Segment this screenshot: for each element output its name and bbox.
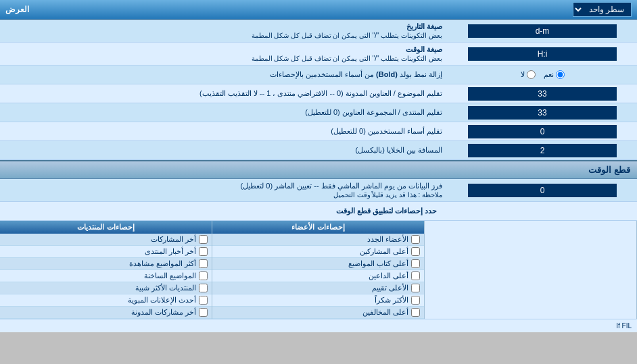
stats-forums-check-4[interactable]	[199, 284, 208, 292]
cutoff-input[interactable]	[468, 184, 617, 197]
stats-forums-item-5: أحدث الإعلانات المبوية	[0, 294, 212, 307]
stats-forums-check-0[interactable]	[199, 235, 208, 244]
bold-names-radio-group: نعم لا	[521, 70, 565, 79]
bold-no-radio[interactable]	[527, 70, 536, 79]
users-names-row: تقليم أسماء المستخدمين (0 للتعطيل)	[0, 122, 637, 141]
stats-members-col: إحصاءات الأعضاء الأعضاء الجدد أعلى المشا…	[212, 221, 425, 319]
stats-forums-item-2: أكثر المواضيع مشاهدة	[0, 258, 212, 270]
distance-label: المسافة بين الخلايا (بالبكسل)	[0, 143, 448, 157]
stats-members-check-4[interactable]	[411, 284, 420, 292]
date-format-input-wrap	[448, 23, 637, 39]
users-names-label: تقليم أسماء المستخدمين (0 للتعطيل)	[0, 124, 448, 138]
stats-members-check-5[interactable]	[411, 296, 420, 305]
forum-group-input-wrap	[448, 105, 637, 121]
distance-input[interactable]	[468, 144, 617, 157]
if-fil-note: If FIL	[616, 322, 632, 330]
stats-forums-col: إحصاءات المنتديات أخر المشاركات أخر أخبا…	[0, 221, 212, 319]
distance-row: المسافة بين الخلايا (بالبكسل)	[0, 141, 637, 160]
stats-forums-check-1[interactable]	[199, 247, 208, 256]
stats-limit-label: حدد إحصاءات لتطبيق قطع الوقت	[5, 204, 442, 218]
users-names-input-wrap	[448, 124, 637, 140]
time-format-input[interactable]	[468, 47, 617, 61]
stats-members-item-4: الأعلى تقييم	[212, 282, 424, 294]
forum-subject-label: تقليم الموضوع / العناوين المدونة (0 -- ا…	[0, 86, 448, 101]
stats-forums-item-4: المنتديات الأكثر شبية	[0, 282, 212, 294]
stats-members-check-0[interactable]	[411, 235, 420, 244]
stats-forums-check-6[interactable]	[199, 308, 208, 317]
bold-yes-label[interactable]: نعم	[544, 70, 565, 79]
stats-forums-check-3[interactable]	[199, 271, 208, 280]
date-format-row: صيغة التاريخ بعض التكوينات يتطلب "/" الت…	[0, 20, 637, 43]
stats-forums-header: إحصاءات المنتديات	[0, 221, 212, 234]
bold-yes-radio[interactable]	[556, 70, 565, 79]
stats-members-header: إحصاءات الأعضاء	[212, 221, 424, 234]
display-select[interactable]: سطر واحد سطران ثلاثة أسطر	[573, 2, 632, 17]
stats-forums-item-3: المواضيع الساخنة	[0, 270, 212, 282]
forum-subject-row: تقليم الموضوع / العناوين المدونة (0 -- ا…	[0, 84, 637, 103]
bottom-note: If FIL	[0, 319, 637, 332]
stats-forums-item-6: أخر مشاركات المدونة	[0, 307, 212, 319]
stats-members-item-6: أعلى المخالفين	[212, 307, 424, 319]
stats-forums-item-0: أخر المشاركات	[0, 234, 212, 246]
forum-group-row: تقليم المنتدى / المجموعة العناوين (0 للت…	[0, 103, 637, 122]
stats-members-check-3[interactable]	[411, 271, 420, 280]
cutoff-section-header: قطع الوقت	[0, 160, 637, 179]
users-names-input[interactable]	[468, 125, 617, 138]
cutoff-row: فرز البيانات من يوم الماشر الماشي فقط --…	[0, 179, 637, 202]
bold-names-input-wrap: نعم لا	[448, 69, 637, 80]
bold-names-row: نعم لا إزالة نمط بولد (Bold) من أسماء ال…	[0, 66, 637, 84]
stats-members-item-1: أعلى المشاركين	[212, 246, 424, 258]
distance-input-wrap	[448, 142, 637, 159]
stats-forums-check-5[interactable]	[199, 296, 208, 305]
forum-group-label: تقليم المنتدى / المجموعة العناوين (0 للت…	[0, 105, 448, 120]
bold-names-label: إزالة نمط بولد (Bold) من أسماء المستخدمي…	[0, 68, 448, 82]
bold-no-label[interactable]: لا	[521, 70, 536, 79]
main-container: سطر واحد سطران ثلاثة أسطر العرض صيغة الت…	[0, 0, 637, 332]
forum-group-input[interactable]	[468, 106, 617, 120]
stats-label-area	[425, 221, 637, 319]
time-format-row: صيغة الوقت بعض التكوينات يتطلب "/" التي …	[0, 43, 637, 66]
stats-limit-spacer	[442, 210, 632, 213]
date-format-input[interactable]	[468, 24, 617, 38]
stats-members-item-3: أعلى الداعين	[212, 270, 424, 282]
display-label: العرض	[5, 5, 29, 14]
cutoff-input-wrap	[448, 182, 637, 199]
forum-subject-input-wrap	[448, 86, 637, 102]
stats-members-check-1[interactable]	[411, 247, 420, 256]
stats-members-item-5: الأكثر شكراً	[212, 294, 424, 307]
stats-columns: إحصاءات الأعضاء الأعضاء الجدد أعلى المشا…	[0, 221, 637, 319]
stats-forums-item-1: أخر أخبار المنتدى	[0, 246, 212, 258]
date-format-label: صيغة التاريخ بعض التكوينات يتطلب "/" الت…	[0, 20, 448, 42]
forum-subject-input[interactable]	[468, 87, 617, 101]
time-format-label: صيغة الوقت بعض التكوينات يتطلب "/" التي …	[0, 43, 448, 65]
stats-members-check-2[interactable]	[411, 259, 420, 268]
stats-members-check-6[interactable]	[411, 308, 420, 317]
stats-forums-check-2[interactable]	[199, 259, 208, 268]
cutoff-label: فرز البيانات من يوم الماشر الماشي فقط --…	[0, 179, 448, 201]
cutoff-title: قطع الوقت	[588, 165, 630, 175]
stats-members-item-0: الأعضاء الجدد	[212, 234, 424, 246]
time-format-input-wrap	[448, 46, 637, 62]
stats-members-item-2: أعلى كتاب المواضيع	[212, 258, 424, 270]
top-bar: سطر واحد سطران ثلاثة أسطر العرض	[0, 0, 637, 20]
stats-limit-row: حدد إحصاءات لتطبيق قطع الوقت	[0, 202, 637, 221]
